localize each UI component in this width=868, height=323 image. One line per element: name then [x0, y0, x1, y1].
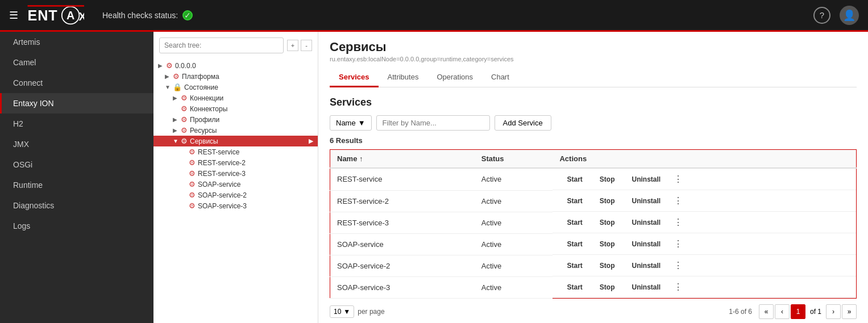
sidebar-item-h2[interactable]: H2 [0, 114, 153, 134]
uninstall-button-5[interactable]: Uninstall [624, 281, 668, 293]
services-table: Name ↑ Status Actions REST-service Activ… [330, 149, 857, 299]
menu-icon[interactable]: ☰ [9, 9, 18, 22]
uninstall-button-3[interactable]: Uninstall [624, 238, 668, 250]
cell-actions-2: Start Stop Uninstall ⋮ [553, 212, 856, 233]
tree-node-servisy[interactable]: ▼ ⚙ Сервисы ▶ [153, 136, 318, 146]
start-button-0[interactable]: Start [559, 173, 589, 186]
stop-button-4[interactable]: Stop [592, 259, 622, 272]
name-filter-dropdown[interactable]: Name ▼ [330, 115, 372, 131]
sidebar-item-runtime[interactable]: Runtime [0, 175, 153, 195]
health-status: Health checks status: ✓ [102, 10, 193, 20]
tree-node-rest-service-2[interactable]: ▶ ⚙ REST-service-2 [153, 157, 318, 168]
sidebar-item-diagnostics[interactable]: Diagnostics [0, 195, 153, 216]
collapse-all-icon[interactable]: - [301, 40, 312, 51]
stop-button-1[interactable]: Stop [592, 195, 622, 207]
kebab-menu-3[interactable]: ⋮ [670, 237, 686, 250]
tree-node-soap-service-2[interactable]: ▶ ⚙ SOAP-service-2 [153, 190, 318, 200]
start-button-2[interactable]: Start [559, 216, 589, 229]
tree-node-rest-service[interactable]: ▶ ⚙ REST-service [153, 146, 318, 157]
cell-actions-0: Start Stop Uninstall ⋮ [553, 169, 856, 190]
sidebar: Artemis Camel Connect Entaxy ION H2 JMX … [0, 32, 153, 323]
uninstall-button-1[interactable]: Uninstall [624, 195, 668, 207]
tree-search-input[interactable] [159, 37, 284, 53]
uninstall-button-2[interactable]: Uninstall [624, 216, 668, 229]
kebab-menu-0[interactable]: ⋮ [670, 173, 686, 186]
content-tabs: Services Attributes Operations Chart [330, 68, 857, 87]
kebab-menu-5[interactable]: ⋮ [670, 280, 686, 293]
start-button-1[interactable]: Start [559, 195, 589, 207]
name-filter-input[interactable] [376, 115, 490, 131]
sidebar-item-jmx[interactable]: JMX [0, 134, 153, 154]
start-button-4[interactable]: Start [559, 259, 589, 272]
tree-node-platforma[interactable]: ▶ ⚙ Платформа [153, 71, 318, 82]
table-row: REST-service-2 Active Start Stop Uninsta… [330, 190, 857, 212]
tree-node-konnektsii[interactable]: ▶ ⚙ Коннекции [153, 93, 318, 103]
page-next-button[interactable]: › [826, 304, 841, 319]
cell-status-1: Active [475, 190, 553, 212]
tree-panel: + - ▶ ⚙ 0.0.0.0 ▶ ⚙ Платформа ▼ 🔒 Состоя… [153, 32, 318, 323]
filter-row: Name ▼ Add Service [330, 115, 857, 131]
start-button-3[interactable]: Start [559, 238, 589, 250]
svg-text:ENT: ENT [28, 7, 58, 23]
col-header-status: Status [475, 150, 553, 169]
col-header-actions: Actions [553, 150, 856, 169]
col-header-name[interactable]: Name ↑ [330, 150, 475, 169]
tree-node-soap-service[interactable]: ▶ ⚙ SOAP-service [153, 179, 318, 190]
help-button[interactable]: ? [813, 7, 830, 24]
page-first-button[interactable]: « [759, 304, 774, 319]
pagination-controls: « ‹ 1 of 1 › » [759, 304, 857, 319]
table-row: REST-service Active Start Stop Uninstall… [330, 168, 857, 190]
sidebar-item-artemis[interactable]: Artemis [0, 32, 153, 52]
kebab-menu-1[interactable]: ⋮ [670, 194, 686, 207]
sidebar-item-camel[interactable]: Camel [0, 52, 153, 73]
results-count: 6 Results [330, 136, 857, 145]
page-prev-button[interactable]: ‹ [775, 304, 790, 319]
page-current-button[interactable]: 1 [791, 304, 805, 319]
stop-button-3[interactable]: Stop [592, 238, 622, 250]
content-header: Сервисы ru.entaxy.esb:localNode=0.0.0.0,… [318, 32, 868, 68]
tab-operations[interactable]: Operations [427, 68, 482, 87]
table-row: SOAP-service-3 Active Start Stop Uninsta… [330, 276, 857, 299]
start-button-5[interactable]: Start [559, 281, 589, 293]
cell-status-5: Active [475, 276, 553, 299]
expand-all-icon[interactable]: + [287, 40, 298, 51]
kebab-menu-2[interactable]: ⋮ [670, 216, 686, 229]
stop-button-2[interactable]: Stop [592, 216, 622, 229]
svg-text:XY: XY [79, 10, 85, 23]
page-last-button[interactable]: » [842, 304, 857, 319]
main-layout: Artemis Camel Connect Entaxy ION H2 JMX … [0, 32, 868, 323]
tab-attributes[interactable]: Attributes [379, 68, 428, 87]
tree-node-konnektory[interactable]: ▶ ⚙ Коннекторы [153, 103, 318, 114]
tab-chart[interactable]: Chart [482, 68, 518, 87]
table-row: REST-service-3 Active Start Stop Uninsta… [330, 212, 857, 233]
breadcrumb: ru.entaxy.esb:localNode=0.0.0.0,group=ru… [330, 56, 857, 62]
tree-node-profili[interactable]: ▶ ⚙ Профили [153, 114, 318, 125]
uninstall-button-0[interactable]: Uninstall [624, 173, 668, 186]
cell-name-4: SOAP-service-2 [330, 255, 475, 276]
sidebar-item-osgi[interactable]: OSGi [0, 154, 153, 175]
cell-name-0: REST-service [330, 168, 475, 190]
per-page-select[interactable]: 10 ▼ [330, 305, 354, 318]
user-avatar[interactable]: 👤 [840, 6, 859, 25]
stop-button-5[interactable]: Stop [592, 281, 622, 293]
cell-name-1: REST-service-2 [330, 190, 475, 212]
pagination-row: 10 ▼ per page 1-6 of 6 « ‹ 1 of 1 › » [330, 299, 857, 319]
svg-rect-4 [28, 5, 85, 7]
tree-node-resursy[interactable]: ▶ ⚙ Ресурсы [153, 125, 318, 136]
cell-actions-3: Start Stop Uninstall ⋮ [553, 233, 856, 255]
add-service-button[interactable]: Add Service [495, 115, 551, 131]
cell-actions-5: Start Stop Uninstall ⋮ [553, 276, 856, 298]
tree-node-root[interactable]: ▶ ⚙ 0.0.0.0 [153, 60, 318, 71]
tree-node-soap-service-3[interactable]: ▶ ⚙ SOAP-service-3 [153, 200, 318, 211]
kebab-menu-4[interactable]: ⋮ [670, 259, 686, 272]
stop-button-0[interactable]: Stop [592, 173, 622, 186]
tree-node-rest-service-3[interactable]: ▶ ⚙ REST-service-3 [153, 168, 318, 179]
sidebar-item-entaxy-ion[interactable]: Entaxy ION [0, 93, 153, 114]
sidebar-item-connect[interactable]: Connect [0, 73, 153, 93]
uninstall-button-4[interactable]: Uninstall [624, 259, 668, 272]
tab-services[interactable]: Services [330, 68, 379, 87]
sidebar-item-logs[interactable]: Logs [0, 216, 153, 236]
table-row: SOAP-service Active Start Stop Uninstall… [330, 233, 857, 255]
cell-actions-4: Start Stop Uninstall ⋮ [553, 255, 856, 276]
tree-node-sostoyanie[interactable]: ▼ 🔒 Состояние [153, 82, 318, 93]
